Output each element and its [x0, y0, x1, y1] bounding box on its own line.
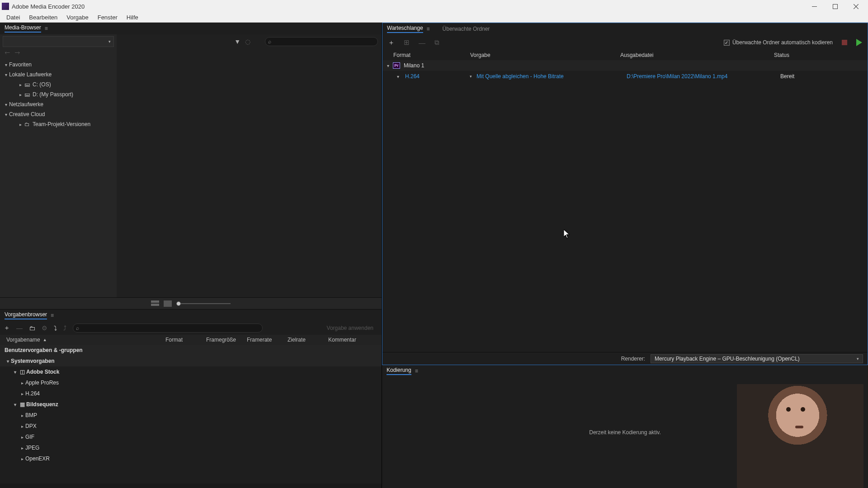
encoding-tab[interactable]: Kodierung — [387, 367, 411, 375]
output-file-link[interactable]: D:\Premiere Pro\Milan 2022\Milano 1.mp4 — [627, 73, 780, 80]
chevron-down-icon: ▾ — [397, 74, 405, 79]
new-preset-icon[interactable]: ＋ — [4, 324, 10, 332]
header-framesize[interactable]: Framegröße — [206, 337, 247, 343]
chevron-down-icon: ▾ — [857, 357, 859, 361]
header-target[interactable]: Zielrate — [288, 337, 328, 343]
duplicate-icon[interactable]: ⧉ — [434, 38, 439, 47]
preset-group-system[interactable]: ▾Systemvorgaben — [0, 356, 382, 366]
preset-h264[interactable]: ▸H.264 — [0, 388, 382, 399]
tree-drive-c[interactable]: ▸🖴C: (OS) — [0, 80, 117, 89]
header-output[interactable]: Ausgabedatei — [620, 52, 774, 58]
image-seq-icon: ▦ — [18, 401, 26, 408]
premiere-badge-icon: Pr — [393, 62, 400, 69]
media-browser-panel: Media-Browser ≡ ▾ 🡐 🡒 ▾Favoriten ▾Lokale… — [0, 23, 382, 310]
filter-icon[interactable]: ▼ — [234, 38, 241, 45]
header-status[interactable]: Status — [774, 52, 868, 58]
preset-gif[interactable]: ▸GIF — [0, 432, 382, 442]
tree-network-drives[interactable]: ▾Netzlaufwerke — [0, 99, 117, 109]
preset-bmp[interactable]: ▸BMP — [0, 410, 382, 421]
nav-back-icon[interactable]: 🡐 — [5, 50, 10, 56]
preset-settings-icon[interactable]: ⚙ — [42, 324, 47, 332]
auto-encode-checkbox[interactable]: ✓ Überwachte Ordner automatisch kodieren — [724, 39, 833, 46]
menu-window[interactable]: Fenster — [93, 13, 122, 23]
stop-queue-button[interactable] — [842, 40, 847, 45]
preset-search-input[interactable]: ⌕ — [73, 324, 263, 333]
panel-menu-icon[interactable]: ≡ — [51, 312, 54, 319]
svg-rect-1 — [833, 4, 837, 9]
panel-menu-icon[interactable]: ≡ — [415, 368, 418, 374]
webcam-overlay — [737, 384, 863, 488]
queue-output-row[interactable]: ▾ H.264 ▾ Mit Quelle abgleichen - Hohe B… — [382, 71, 868, 82]
chevron-down-icon: ▾ — [470, 74, 472, 79]
queue-panel: Warteschlange ≡ Überwachte Ordner ＋ ⊞ ― … — [382, 23, 868, 365]
preset-dpx[interactable]: ▸DPX — [0, 421, 382, 432]
nav-forward-icon[interactable]: 🡒 — [14, 50, 20, 56]
menu-edit[interactable]: Bearbeiten — [24, 13, 62, 23]
output-format-dropdown[interactable]: H.264 ▾ — [405, 73, 476, 80]
preset-openexr[interactable]: ▸OpenEXR — [0, 453, 382, 464]
export-preset-icon[interactable]: ⤴ — [63, 324, 66, 332]
header-preset[interactable]: Vorgabe — [470, 52, 620, 58]
import-preset-icon[interactable]: ⤵ — [54, 324, 57, 332]
renderer-label: Renderer: — [621, 356, 645, 362]
window-maximize-button[interactable] — [825, 0, 845, 13]
queue-body[interactable]: ▾ Pr Milano 1 ▾ H.264 ▾ Mit Quelle abgle… — [382, 60, 868, 352]
tree-favorites[interactable]: ▾Favoriten — [0, 60, 117, 70]
menu-file[interactable]: Datei — [2, 13, 24, 23]
watch-folders-tab[interactable]: Überwachte Ordner — [443, 26, 490, 32]
menubar: Datei Bearbeiten Vorgabe Fenster Hilfe — [0, 13, 868, 23]
preset-group-image-sequence[interactable]: ▾▦Bildsequenz — [0, 399, 382, 410]
tree-drive-d[interactable]: ▸🖴D: (My Passport) — [0, 89, 117, 99]
svg-rect-0 — [812, 6, 817, 7]
preset-apple-prores[interactable]: ▸Apple ProRes — [0, 377, 382, 388]
encoding-panel: Kodierung ≡ Derzeit keine Kodierung akti… — [382, 365, 868, 488]
app-title: Adobe Media Encoder 2020 — [12, 3, 85, 10]
preset-group-user[interactable]: Benutzervorgaben & -gruppen — [0, 345, 382, 356]
tree-team-versions[interactable]: ▸🗀Team-Projekt-Versionen — [0, 119, 117, 129]
header-name[interactable]: Vorgabename▲ — [6, 337, 165, 343]
panel-menu-icon[interactable]: ≡ — [45, 25, 48, 32]
queue-column-headers: Format Vorgabe Ausgabedatei Status — [382, 50, 868, 60]
preset-scrollbar[interactable] — [0, 483, 382, 488]
new-group-icon[interactable]: 🗀 — [29, 324, 35, 332]
preset-browser-tab[interactable]: Vorgabenbrowser — [5, 311, 47, 319]
add-source-icon[interactable]: ＋ — [388, 38, 395, 47]
remove-icon[interactable]: ― — [419, 39, 425, 47]
thumbnail-size-slider[interactable] — [176, 303, 231, 304]
search-icon: ⌕ — [76, 325, 79, 331]
output-status: Bereit — [780, 73, 868, 80]
preset-group-adobe-stock[interactable]: ▾◫Adobe Stock — [0, 366, 382, 377]
ingest-icon[interactable]: ◌ — [245, 38, 250, 45]
media-search-input[interactable]: ⌕ — [265, 37, 378, 46]
encoding-idle-text: Derzeit keine Kodierung aktiv. — [589, 429, 661, 436]
queue-source-row[interactable]: ▾ Pr Milano 1 — [382, 60, 868, 71]
header-format[interactable]: Format — [165, 337, 206, 343]
window-minimize-button[interactable] — [804, 0, 825, 13]
folder-icon: 🗀 — [24, 121, 31, 127]
delete-preset-icon[interactable]: ― — [16, 324, 23, 332]
apply-preset-button[interactable]: Vorgabe anwenden — [322, 325, 378, 331]
source-name: Milano 1 — [404, 62, 424, 69]
location-dropdown[interactable]: ▾ — [3, 36, 114, 47]
start-queue-button[interactable] — [856, 39, 862, 46]
header-framerate[interactable]: Framerate — [247, 337, 288, 343]
tree-local-drives[interactable]: ▾Lokale Laufwerke — [0, 70, 117, 80]
media-content-area[interactable] — [117, 49, 382, 297]
menu-help[interactable]: Hilfe — [122, 13, 143, 23]
window-close-button[interactable] — [845, 0, 866, 13]
tree-creative-cloud[interactable]: ▾Creative Cloud — [0, 109, 117, 119]
renderer-dropdown[interactable]: Mercury Playback Engine – GPU-Beschleuni… — [651, 354, 863, 363]
add-output-icon[interactable]: ⊞ — [404, 38, 410, 47]
queue-tab[interactable]: Warteschlange — [387, 25, 423, 33]
panel-menu-icon[interactable]: ≡ — [427, 26, 430, 32]
header-format[interactable]: Format — [393, 52, 470, 58]
thumbnail-view-button[interactable] — [164, 300, 172, 307]
media-browser-tab[interactable]: Media-Browser — [5, 24, 41, 33]
drive-icon: 🖴 — [24, 81, 31, 88]
preset-jpeg[interactable]: ▸JPEG — [0, 442, 382, 453]
header-comment[interactable]: Kommentar — [328, 337, 382, 343]
preset-column-headers: Vorgabename▲ Format Framegröße Framerate… — [0, 335, 382, 345]
menu-preset[interactable]: Vorgabe — [62, 13, 93, 23]
list-view-button[interactable] — [151, 300, 159, 307]
output-preset-link[interactable]: Mit Quelle abgleichen - Hohe Bitrate — [476, 73, 627, 80]
